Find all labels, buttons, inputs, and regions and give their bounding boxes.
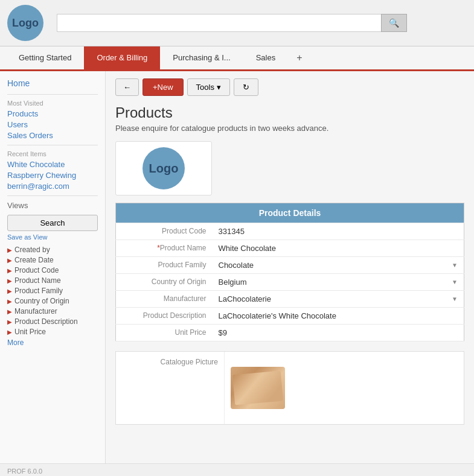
label-country-of-origin: Country of Origin	[116, 274, 213, 291]
table-row: Product Code 331345	[116, 223, 464, 240]
recent-item-raspberry-chewing[interactable]: Raspberry Chewing	[7, 171, 98, 180]
back-button[interactable]: ←	[115, 78, 139, 96]
label-product-description: Product Description	[116, 308, 213, 325]
value-product-family[interactable]: Chocolate ▼	[213, 257, 464, 274]
value-manufacturer[interactable]: LaChocolaterie ▼	[213, 291, 464, 308]
sort-manufacturer[interactable]: ▶Manufacturer	[7, 307, 98, 316]
dropdown-arrow-family: ▼	[452, 262, 458, 268]
tools-button[interactable]: Tools ▾	[187, 78, 230, 96]
tab-purchasing[interactable]: Purchasing & I...	[160, 46, 243, 69]
sort-arrow-created-by: ▶	[7, 247, 12, 253]
country-dropdown[interactable]: Belgium ▼	[219, 278, 458, 287]
sidebar-search-button[interactable]: Search	[7, 215, 98, 231]
most-visited-label: Most Visited	[7, 100, 98, 107]
table-row: Unit Price $9	[116, 325, 464, 341]
tab-getting-started[interactable]: Getting Started	[6, 46, 84, 69]
catalogue-picture-label: Catalogue Picture	[116, 352, 225, 424]
add-tab-button[interactable]: +	[288, 46, 310, 69]
catalogue-section: Catalogue Picture	[115, 351, 464, 425]
recent-item-white-chocolate[interactable]: White Chocolate	[7, 160, 98, 169]
catalogue-inner: Catalogue Picture	[116, 352, 464, 424]
save-as-view-link[interactable]: Save as View	[7, 233, 98, 241]
product-logo-area: Logo	[115, 141, 212, 195]
value-product-name[interactable]: White Chocolate	[213, 240, 464, 257]
dropdown-arrow-manufacturer: ▼	[452, 296, 458, 302]
views-label: Views	[7, 201, 98, 210]
tab-order-billing[interactable]: Order & Billing	[84, 46, 160, 69]
search-bar: 🔍	[57, 14, 407, 32]
sort-product-code[interactable]: ▶Product Code	[7, 266, 98, 274]
sort-product-family[interactable]: ▶Product Family	[7, 287, 98, 295]
product-logo-text: Logo	[149, 162, 179, 176]
nav-tabs: Getting Started Order & Billing Purchasi…	[0, 46, 474, 71]
sort-country-of-origin[interactable]: ▶Country of Origin	[7, 297, 98, 305]
table-row: Product Description LaChocolaterie's Whi…	[116, 308, 464, 325]
recent-item-berrin-email[interactable]: berrin@ragic.com	[7, 182, 98, 191]
sort-arrow-description: ▶	[7, 319, 12, 325]
toolbar: ← +New Tools ▾ ↻	[115, 78, 464, 96]
dropdown-arrow-country: ▼	[452, 279, 458, 285]
sidebar: Home Most Visited Products Users Sales O…	[0, 71, 106, 463]
sort-unit-price[interactable]: ▶Unit Price	[7, 328, 98, 336]
sidebar-item-products[interactable]: Products	[7, 109, 98, 118]
recent-items-label: Recent Items	[7, 150, 98, 157]
table-row: Country of Origin Belgium ▼	[116, 274, 464, 291]
sort-arrow-manufacturer: ▶	[7, 308, 12, 315]
product-family-dropdown[interactable]: Chocolate ▼	[219, 261, 458, 270]
sort-arrow-product-code: ▶	[7, 267, 12, 274]
product-details-table: Product Details Product Code 331345 *Pro…	[115, 203, 464, 341]
catalogue-image	[231, 367, 285, 409]
table-row: Product Family Chocolate ▼	[116, 257, 464, 274]
refresh-button[interactable]: ↻	[234, 78, 258, 96]
label-unit-price: Unit Price	[116, 325, 213, 341]
value-product-code[interactable]: 331345	[213, 223, 464, 240]
page-subtitle: Please enquire for catalogue products in…	[115, 124, 464, 133]
label-product-family: Product Family	[116, 257, 213, 274]
table-row: Manufacturer LaChocolaterie ▼	[116, 291, 464, 308]
label-product-name: *Product Name	[116, 240, 213, 257]
version-label: PROF 6.0.0	[7, 468, 42, 475]
sort-arrow-create-date: ▶	[7, 257, 12, 264]
header: Logo 🔍	[0, 0, 474, 46]
sidebar-item-sales-orders[interactable]: Sales Orders	[7, 131, 98, 140]
tab-sales[interactable]: Sales	[243, 46, 289, 69]
sort-created-by[interactable]: ▶Created by	[7, 246, 98, 254]
search-input[interactable]	[57, 14, 381, 32]
logo: Logo	[7, 5, 43, 41]
value-unit-price[interactable]: $9	[213, 325, 464, 341]
section-header: Product Details	[116, 203, 464, 223]
catalogue-image-cell	[225, 352, 291, 424]
more-link[interactable]: More	[7, 338, 98, 347]
content-area: ← +New Tools ▾ ↻ Products Please enquire…	[106, 71, 474, 463]
new-button[interactable]: +New	[143, 78, 184, 96]
sort-product-description[interactable]: ▶Product Description	[7, 317, 98, 326]
manufacturer-dropdown[interactable]: LaChocolaterie ▼	[219, 294, 458, 303]
sort-create-date[interactable]: ▶Create Date	[7, 256, 98, 264]
sort-arrow-country: ▶	[7, 298, 12, 305]
product-logo: Logo	[143, 147, 185, 189]
label-manufacturer: Manufacturer	[116, 291, 213, 308]
sidebar-item-users[interactable]: Users	[7, 120, 98, 129]
label-product-code: Product Code	[116, 223, 213, 240]
main-layout: Home Most Visited Products Users Sales O…	[0, 71, 474, 463]
sort-arrow-unit-price: ▶	[7, 329, 12, 335]
table-row: *Product Name White Chocolate	[116, 240, 464, 257]
page-title: Products	[115, 104, 464, 121]
search-button[interactable]: 🔍	[381, 14, 407, 32]
value-product-description[interactable]: LaChocolaterie's White Chocolate	[213, 308, 464, 325]
sort-product-name[interactable]: ▶Product Name	[7, 276, 98, 285]
footer: PROF 6.0.0	[0, 463, 474, 476]
sidebar-home-link[interactable]: Home	[7, 78, 98, 88]
logo-text: Logo	[12, 17, 39, 30]
value-country-of-origin[interactable]: Belgium ▼	[213, 274, 464, 291]
sort-arrow-product-name: ▶	[7, 278, 12, 284]
sort-arrow-product-family: ▶	[7, 288, 12, 294]
